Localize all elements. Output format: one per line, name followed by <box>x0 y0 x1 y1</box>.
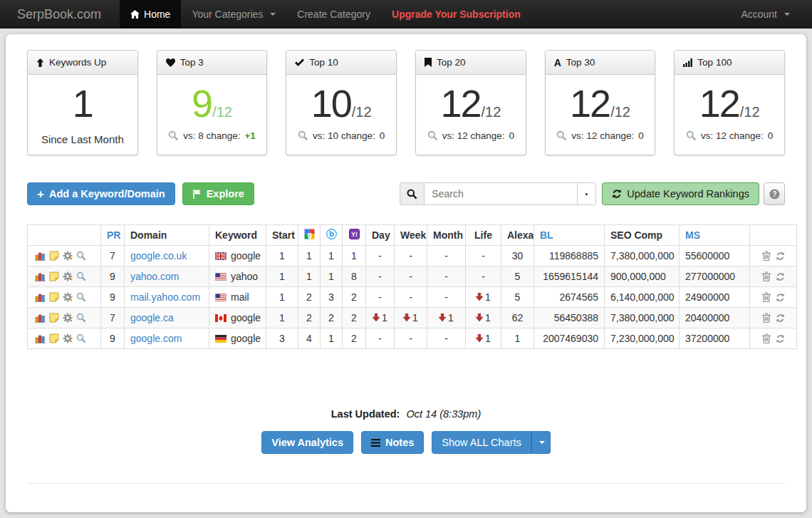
trash-icon[interactable] <box>762 271 771 281</box>
chevron-down-icon <box>270 13 276 16</box>
seo-comp-value: 7,380,000,000 <box>605 246 680 266</box>
settings-icon[interactable] <box>63 271 73 281</box>
bar-chart-icon[interactable] <box>35 271 46 281</box>
home-icon <box>130 10 140 19</box>
nav-item-your-categories[interactable]: Your Categories <box>181 0 286 28</box>
settings-icon[interactable] <box>63 251 73 261</box>
ms-value: 37200000 <box>680 328 750 349</box>
zoom-icon[interactable] <box>76 313 86 323</box>
account-menu[interactable]: Account <box>730 0 801 28</box>
keyword-cell: google <box>209 308 266 328</box>
ms-value: 277000000 <box>680 266 750 287</box>
search-input[interactable] <box>424 182 578 205</box>
alexa-value: 30 <box>501 246 534 266</box>
refresh-icon[interactable] <box>776 252 785 261</box>
keyword-cell: mail <box>209 287 266 308</box>
google-icon: g <box>304 229 315 239</box>
zoom-icon[interactable] <box>76 271 86 281</box>
add-keyword-button[interactable]: + Add a Keyword/Domain <box>27 182 175 205</box>
update-rankings-button[interactable]: Update Keyword Rankings <box>602 182 759 205</box>
zoom-icon[interactable] <box>76 251 86 261</box>
refresh-icon[interactable] <box>776 314 785 323</box>
column-header-domain: Domain <box>125 225 209 246</box>
rank-change-down: 1 <box>366 308 395 328</box>
bar-chart-icon[interactable] <box>35 313 46 323</box>
settings-icon[interactable] <box>63 292 73 302</box>
column-header-pr[interactable]: PR <box>101 225 125 246</box>
rank-down-icon <box>476 293 483 301</box>
seo-comp-value: 900,000,000 <box>605 266 680 287</box>
refresh-icon[interactable] <box>776 272 785 281</box>
rank-down-icon <box>476 314 483 321</box>
column-header-life: Life <box>466 225 501 246</box>
zoom-icon[interactable] <box>76 292 86 302</box>
column-header-bl[interactable]: BL <box>534 225 605 246</box>
ms-value: 55600000 <box>680 246 750 266</box>
note-icon[interactable] <box>49 313 59 323</box>
note-icon[interactable] <box>49 251 59 261</box>
rank-down-icon <box>403 314 410 321</box>
nav-item-home[interactable]: Home <box>120 0 181 28</box>
pr-value: 9 <box>101 287 125 308</box>
stat-compare-link[interactable]: vs: 8 change: +1 <box>157 128 267 150</box>
stat-footer: Since Last Month <box>28 128 137 155</box>
zoom-icon <box>168 130 179 141</box>
zoom-icon <box>556 130 567 141</box>
table-row: 7google.cagoogle1222111162564503887,380,… <box>28 308 797 328</box>
bar-chart-icon[interactable] <box>35 333 46 343</box>
stat-value: 12/12 <box>416 75 526 128</box>
show-all-charts-split-button: Show ALL Charts <box>432 431 551 454</box>
ms-value: 20400000 <box>680 308 750 328</box>
bar-chart-icon[interactable] <box>35 292 46 302</box>
note-icon[interactable] <box>49 271 59 281</box>
nav-item-upgrade-subscription[interactable]: Upgrade Your Subscription <box>381 0 531 28</box>
column-header-blank <box>750 225 797 246</box>
domain-link[interactable]: yahoo.com <box>130 271 179 282</box>
settings-icon[interactable] <box>63 313 73 323</box>
column-header-ms[interactable]: MS <box>680 225 750 246</box>
notes-button[interactable]: Notes <box>361 431 424 454</box>
refresh-icon[interactable] <box>776 334 785 343</box>
zoom-icon[interactable] <box>76 333 86 343</box>
explore-button[interactable]: Explore <box>182 182 254 205</box>
seo-comp-value: 7,230,000,000 <box>605 328 680 349</box>
row-tools <box>28 266 101 287</box>
search-options-button[interactable] <box>578 182 596 205</box>
bing-icon: b <box>326 229 337 239</box>
start-rank: 1 <box>266 246 298 266</box>
stat-compare-link[interactable]: vs: 12 change: 0 <box>675 128 784 150</box>
nav-item-create-category[interactable]: Create Category <box>286 0 381 28</box>
help-button[interactable]: ? <box>764 182 785 205</box>
note-icon[interactable] <box>49 333 59 343</box>
trash-icon[interactable] <box>762 292 771 302</box>
trash-icon[interactable] <box>762 333 771 343</box>
stat-compare-link[interactable]: vs: 10 change: 0 <box>286 128 396 150</box>
trash-icon[interactable] <box>762 313 771 323</box>
settings-icon[interactable] <box>63 333 73 343</box>
refresh-icon[interactable] <box>776 293 785 302</box>
stat-compare-link[interactable]: vs: 12 change: 0 <box>416 128 526 150</box>
domain-link[interactable]: mail.yahoo.com <box>130 291 200 303</box>
note-icon[interactable] <box>49 292 59 302</box>
stat-value: 1 <box>28 75 137 128</box>
domain-link[interactable]: google.com <box>130 333 182 344</box>
row-tools <box>28 246 101 266</box>
bing-rank: 3 <box>321 287 343 308</box>
stat-card-header: Top 100 <box>675 51 784 75</box>
show-all-charts-button[interactable]: Show ALL Charts <box>432 431 531 454</box>
brand-logo[interactable]: SerpBook.com <box>0 0 120 28</box>
bing-rank: 2 <box>321 308 343 328</box>
flag-ca-icon <box>215 314 227 322</box>
seo-comp-value: 6,140,000,000 <box>605 287 680 308</box>
view-analytics-button[interactable]: View Analytics <box>261 431 353 454</box>
column-header-week: Week <box>395 225 427 246</box>
google-rank: 1 <box>298 266 321 287</box>
trash-icon[interactable] <box>762 251 771 261</box>
charts-dropdown-toggle[interactable] <box>531 431 551 454</box>
domain-link[interactable]: google.co.uk <box>130 250 187 261</box>
bar-chart-icon[interactable] <box>35 251 46 261</box>
stat-compare-link[interactable]: vs: 12 change: 0 <box>546 128 655 150</box>
row-actions <box>750 266 797 287</box>
domain-link[interactable]: google.ca <box>130 312 174 323</box>
alexa-value: 62 <box>501 308 534 328</box>
